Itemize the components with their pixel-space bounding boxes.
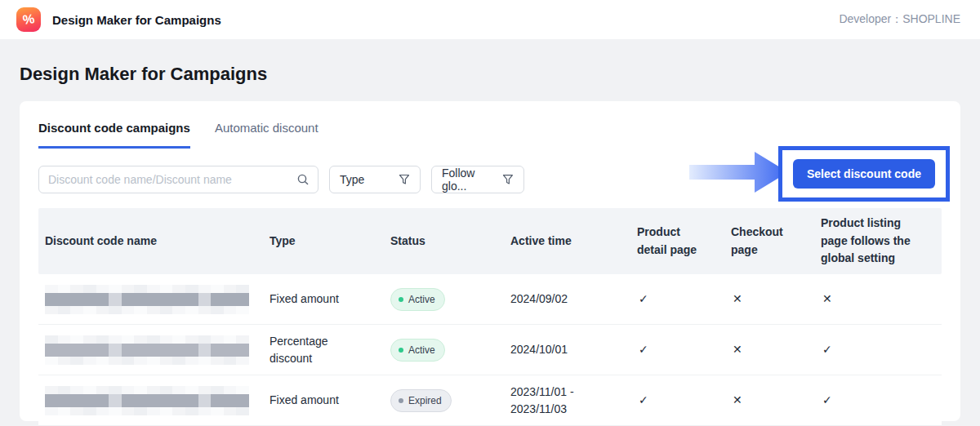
percent-app-icon: % — [16, 7, 41, 32]
status-label: Expired — [408, 393, 442, 408]
check-mark-icon: ✓ — [630, 284, 724, 314]
pointer-arrow-annotation — [689, 149, 789, 195]
campaigns-table: Discount code name Type Status Active ti… — [38, 208, 942, 426]
type-filter-dropdown[interactable]: Type — [329, 166, 421, 193]
table-header-row: Discount code name Type Status Active ti… — [38, 208, 942, 274]
tab-bar: Discount code campaigns Automatic discou… — [38, 114, 942, 149]
check-mark-icon: ✓ — [630, 385, 724, 415]
col-status: Status — [384, 226, 504, 257]
tab-discount-code-campaigns[interactable]: Discount code campaigns — [38, 114, 190, 149]
page-title: Design Maker for Campaigns — [20, 64, 980, 85]
cell-type: Fixed amount — [263, 385, 384, 415]
status-badge: Expired — [390, 389, 452, 412]
table-row[interactable]: Percentage discount Active 2024/10/01 ✓ … — [38, 325, 942, 375]
cell-active-time: 2023/11/01 - 2023/11/03 — [504, 377, 630, 424]
app-header: % Design Maker for Campaigns Developer：S… — [0, 0, 980, 39]
status-dot-icon — [399, 348, 403, 353]
app-title: Design Maker for Campaigns — [52, 13, 221, 27]
developer-account-label: Developer：SHOPLINE — [839, 12, 960, 27]
col-type: Type — [263, 226, 384, 257]
col-product-listing-global: Product listing page follows the global … — [814, 208, 942, 274]
status-label: Active — [408, 292, 435, 307]
check-mark-icon: ✓ — [814, 335, 942, 365]
follow-global-filter-dropdown[interactable]: Follow glo... — [431, 166, 524, 193]
percent-glyph: % — [22, 11, 36, 28]
search-input[interactable] — [48, 173, 296, 186]
cross-mark-icon: ✕ — [814, 284, 942, 314]
highlight-annotation-box: Select discount code — [778, 146, 950, 202]
tab-automatic-discount[interactable]: Automatic discount — [215, 114, 318, 149]
cell-type: Percentage discount — [263, 326, 384, 374]
status-dot-icon — [399, 398, 403, 403]
cell-type: Fixed amount — [263, 284, 384, 314]
table-row[interactable]: Fixed amount Active 2024/09/02 ✓ ✕ ✕ — [38, 274, 942, 325]
type-filter-label: Type — [340, 173, 364, 186]
redacted-name — [45, 386, 249, 415]
redacted-name — [45, 335, 249, 365]
follow-global-filter-label: Follow glo... — [442, 166, 502, 193]
cross-mark-icon: ✕ — [724, 335, 814, 365]
campaigns-card: Discount code campaigns Automatic discou… — [20, 101, 960, 421]
col-checkout-page: Checkout page — [724, 217, 814, 265]
col-active-time: Active time — [504, 226, 630, 257]
search-box[interactable] — [38, 166, 318, 193]
table-row[interactable]: Fixed amount Expired 2023/11/01 - 2023/1… — [38, 375, 942, 426]
check-mark-icon: ✓ — [630, 335, 724, 365]
col-product-detail-page: Product detail page — [630, 217, 724, 265]
cross-mark-icon: ✕ — [724, 385, 814, 415]
col-discount-code-name: Discount code name — [38, 226, 263, 257]
select-discount-code-button[interactable]: Select discount code — [793, 159, 935, 189]
filter-funnel-icon — [502, 174, 514, 185]
status-dot-icon — [399, 297, 403, 302]
status-badge: Active — [390, 339, 445, 362]
redacted-name — [45, 285, 249, 314]
status-badge: Active — [390, 288, 445, 311]
check-mark-icon: ✓ — [814, 385, 942, 415]
status-label: Active — [408, 343, 435, 357]
cell-active-time: 2024/10/01 — [504, 335, 630, 365]
cell-active-time: 2024/09/02 — [504, 284, 630, 314]
filter-funnel-icon — [399, 174, 410, 185]
cross-mark-icon: ✕ — [724, 284, 814, 314]
search-icon — [296, 173, 310, 186]
